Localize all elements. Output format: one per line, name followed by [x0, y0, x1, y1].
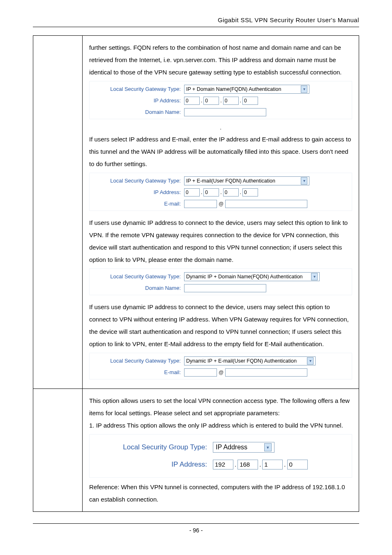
email-user-input[interactable] — [184, 368, 217, 377]
page-header: Gigabit SSL VPN Security Router User's M… — [33, 16, 359, 27]
email-domain-input[interactable] — [225, 200, 307, 208]
paragraph: further settings. FQDN refers to the com… — [89, 42, 352, 79]
ip-octet-input[interactable]: 0 — [242, 188, 258, 197]
email-label: E-mail: — [90, 199, 184, 209]
gateway-type-label: Local Security Gateway Type: — [90, 176, 184, 186]
gateway-type-value: Dynamic IP + E-mail(User FQDN) Authentic… — [186, 356, 297, 366]
ip-octet-input[interactable]: 0 — [223, 97, 239, 105]
domain-name-label: Domain Name: — [90, 107, 184, 118]
ip-octet-input[interactable]: 1 — [262, 460, 283, 469]
ip-octet-input[interactable]: 0 — [203, 188, 219, 197]
domain-name-input[interactable] — [184, 108, 266, 116]
ip-octet-input[interactable]: 0 — [184, 188, 200, 197]
dot: . — [89, 123, 352, 133]
group-type-value: IP Address — [216, 441, 247, 454]
page-number: - 96 - — [33, 523, 359, 534]
gateway-type-select[interactable]: Dynamic IP + E-mail(User FQDN) Authentic… — [184, 356, 316, 365]
email-user-input[interactable] — [184, 200, 217, 208]
ip-octet-input[interactable]: 0 — [223, 188, 239, 197]
paragraph: If users select IP address and E-mail, e… — [89, 133, 352, 170]
gateway-type-select[interactable]: IP + E-mail(User FQDN) Authentication ▾ — [184, 176, 309, 185]
email-domain-input[interactable] — [225, 368, 307, 377]
gateway-type-value: IP + E-mail(User FQDN) Authentication — [186, 176, 275, 186]
ip-octet-input[interactable]: 168 — [238, 460, 258, 469]
paragraph: Reference: When this VPN tunnel is conne… — [89, 481, 352, 506]
gateway-type-value: IP + Domain Name(FQDN) Authentication — [186, 84, 281, 95]
chevron-down-icon: ▾ — [301, 177, 307, 185]
paragraph: This option allows users to set the loca… — [89, 395, 352, 419]
group-type-select[interactable]: IP Address ▾ — [213, 442, 274, 453]
paragraph: 1. IP address This option allows the onl… — [89, 419, 352, 432]
ip-address-label: IP Address: — [90, 187, 184, 198]
gateway-type-label: Local Security Gateway Type: — [90, 84, 184, 95]
ip-address-label: IP Address: — [90, 458, 213, 472]
ip-address-label: IP Address: — [90, 95, 184, 106]
content-table: further settings. FQDN refers to the com… — [33, 35, 359, 512]
ip-octet-input[interactable]: 0 — [203, 97, 219, 105]
domain-name-label: Domain Name: — [90, 283, 184, 294]
chevron-down-icon: ▾ — [311, 273, 318, 280]
gateway-type-select[interactable]: Dynamic IP + Domain Name(FQDN) Authentic… — [184, 272, 320, 281]
at-symbol: @ — [219, 368, 224, 377]
ip-octet-input[interactable]: 0 — [242, 97, 258, 105]
at-symbol: @ — [219, 199, 224, 209]
gateway-type-label: Local Security Gateway Type: — [90, 356, 184, 366]
paragraph: If users use dynamic IP address to conne… — [89, 217, 352, 266]
chevron-down-icon: ▾ — [307, 357, 314, 365]
paragraph: If users use dynamic IP address to conne… — [89, 301, 352, 350]
gateway-type-value: Dynamic IP + Domain Name(FQDN) Authentic… — [186, 272, 303, 282]
chevron-down-icon: ▾ — [301, 86, 307, 93]
gateway-type-select[interactable]: IP + Domain Name(FQDN) Authentication ▾ — [184, 85, 309, 94]
domain-name-input[interactable] — [184, 284, 266, 292]
group-type-label: Local Security Group Type: — [90, 440, 213, 454]
ip-octet-input[interactable]: 0 — [184, 97, 200, 105]
email-label: E-mail: — [90, 367, 184, 378]
ip-octet-input[interactable]: 192 — [213, 460, 233, 469]
ip-octet-input[interactable]: 0 — [287, 460, 308, 469]
chevron-down-icon: ▾ — [264, 443, 272, 451]
gateway-type-label: Local Security Gateway Type: — [90, 271, 184, 282]
